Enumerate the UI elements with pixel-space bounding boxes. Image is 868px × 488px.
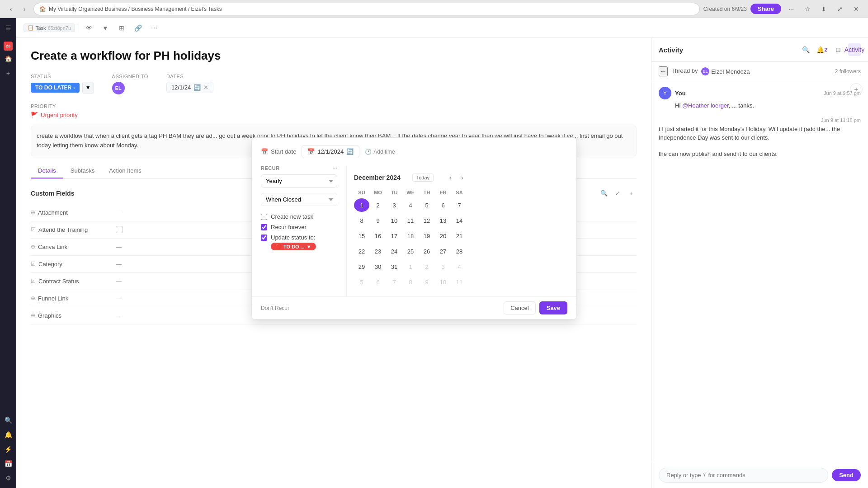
expand-button[interactable]: ⤢ (834, 3, 846, 15)
download-button[interactable]: ⬇ (817, 3, 830, 15)
update-status-checkbox[interactable] (261, 235, 267, 241)
cal-day-7[interactable]: 7 (452, 198, 467, 212)
add-field-btn[interactable]: + (626, 188, 637, 199)
cal-day-14[interactable]: 14 (452, 214, 467, 227)
cal-day-20[interactable]: 20 (435, 229, 451, 243)
cal-day-jan5[interactable]: 5 (354, 275, 369, 289)
calendar: December 2024 Today ‹ › SU MO TU (347, 165, 474, 296)
cal-day-26[interactable]: 26 (419, 244, 434, 258)
cal-day-23[interactable]: 23 (370, 244, 386, 258)
cal-day-8[interactable]: 8 (354, 214, 369, 227)
cal-day-jan7[interactable]: 7 (387, 275, 402, 289)
cal-day-30[interactable]: 30 (370, 260, 386, 273)
cal-day-17[interactable]: 17 (387, 229, 402, 243)
activity-filter-btn[interactable]: ⊟ (832, 43, 844, 56)
more-button[interactable]: ··· (785, 3, 797, 15)
dont-recur-button[interactable]: Don't Recur (261, 305, 289, 311)
save-button[interactable]: Save (539, 301, 567, 314)
sidebar-toggle[interactable]: ☰ (2, 22, 14, 34)
when-closed-select[interactable]: When Closed When Completed Always (261, 193, 337, 206)
cal-day-11[interactable]: 11 (403, 214, 418, 227)
address-bar[interactable]: 🏠 My Virtually Organized Business / Busi… (33, 3, 700, 15)
cancel-button[interactable]: Cancel (504, 301, 535, 314)
create-new-task-checkbox[interactable] (261, 214, 267, 220)
cal-day-3[interactable]: 3 (387, 198, 402, 212)
cal-day-10[interactable]: 10 (387, 214, 402, 227)
cal-day-13[interactable]: 13 (435, 214, 451, 227)
cal-day-31[interactable]: 31 (387, 260, 402, 273)
cal-day-12[interactable]: 12 (419, 214, 434, 227)
cal-day-1[interactable]: 1 (354, 198, 369, 212)
cal-day-29[interactable]: 29 (354, 260, 369, 273)
cal-day-15[interactable]: 15 (354, 229, 369, 243)
add-time-btn[interactable]: 🕐 Add time (365, 149, 395, 155)
tab-subtasks[interactable]: Subtasks (63, 164, 102, 178)
cal-day-jan2[interactable]: 2 (419, 260, 434, 273)
cal-day-6[interactable]: 6 (435, 198, 451, 212)
attend-label: Attend the Training (38, 226, 88, 233)
cal-day-jan6[interactable]: 6 (370, 275, 386, 289)
sidebar-home[interactable]: 🏠 (2, 52, 14, 65)
activity-tab-btn[interactable]: Activity (848, 43, 861, 56)
cal-day-21[interactable]: 21 (452, 229, 467, 243)
clear-date-icon[interactable]: ✕ (203, 84, 208, 91)
cal-day-jan4[interactable]: 4 (452, 260, 467, 273)
toolbar-layout-btn[interactable]: ⊞ (115, 22, 128, 34)
today-button[interactable]: Today (412, 174, 434, 182)
tab-details[interactable]: Details (31, 164, 63, 178)
date-display[interactable]: 12/1/24 🔄 ✕ (166, 82, 213, 93)
reply-input[interactable] (659, 468, 828, 483)
forward-button[interactable]: › (19, 4, 30, 14)
cal-day-9[interactable]: 9 (370, 214, 386, 227)
cal-day-18[interactable]: 18 (403, 229, 418, 243)
thread-back-btn[interactable]: ← (659, 66, 668, 76)
sidebar-calendar[interactable]: 📅 (2, 457, 14, 470)
sidebar-add[interactable]: + (2, 67, 14, 80)
status-pill[interactable]: 🔴 TO DO ... ▼ (271, 243, 316, 250)
activity-search-btn[interactable]: 🔍 (799, 43, 812, 56)
sidebar-settings[interactable]: ⚙ (2, 472, 14, 484)
sidebar-search[interactable]: 🔍 (2, 414, 14, 427)
cal-day-27[interactable]: 27 (435, 244, 451, 258)
cal-day-jan1[interactable]: 1 (403, 260, 418, 273)
share-button[interactable]: Share (750, 4, 781, 14)
date-input[interactable]: 📅 12/1/2024 🔄 (302, 145, 359, 158)
search-fields-btn[interactable]: 🔍 (599, 188, 609, 199)
status-badge[interactable]: TO DO LATER › (31, 83, 80, 93)
cal-day-jan3[interactable]: 3 (435, 260, 451, 273)
sidebar-activity[interactable]: ⚡ (2, 443, 14, 455)
star-button[interactable]: ☆ (801, 3, 814, 15)
activity-bell-btn[interactable]: 🔔 2 (816, 43, 828, 56)
status-more-btn[interactable]: ▼ (82, 82, 94, 94)
cal-day-jan10[interactable]: 10 (435, 275, 451, 289)
cal-day-5[interactable]: 5 (419, 198, 434, 212)
toolbar-assignee-btn[interactable]: ▼ (99, 22, 112, 34)
send-button[interactable]: Send (832, 469, 861, 481)
recur-forever-checkbox[interactable] (261, 224, 267, 230)
cal-day-jan9[interactable]: 9 (419, 275, 434, 289)
close-button[interactable]: ✕ (850, 3, 863, 15)
cal-day-24[interactable]: 24 (387, 244, 402, 258)
expand-fields-btn[interactable]: ⤢ (612, 188, 623, 199)
toolbar-view-btn[interactable]: 👁 (83, 22, 95, 34)
cal-day-2[interactable]: 2 (370, 198, 386, 212)
toolbar-more-btn[interactable]: ⋯ (148, 22, 160, 34)
add-message-btn[interactable]: + (850, 83, 863, 96)
recur-more-btn[interactable]: ··· (332, 165, 337, 171)
toolbar-link-btn[interactable]: 🔗 (132, 22, 144, 34)
cal-day-28[interactable]: 28 (452, 244, 467, 258)
attend-checkbox[interactable] (116, 226, 123, 233)
tab-action-items[interactable]: Action Items (102, 164, 149, 178)
cal-day-4[interactable]: 4 (403, 198, 418, 212)
cal-day-25[interactable]: 25 (403, 244, 418, 258)
prev-month-btn[interactable]: ‹ (445, 173, 455, 183)
cal-day-jan8[interactable]: 8 (403, 275, 418, 289)
cal-day-16[interactable]: 16 (370, 229, 386, 243)
cal-day-19[interactable]: 19 (419, 229, 434, 243)
sidebar-notifications[interactable]: 🔔 (2, 428, 14, 441)
frequency-select[interactable]: Yearly Daily Weekly Monthly (261, 174, 337, 188)
cal-day-jan11[interactable]: 11 (452, 275, 467, 289)
cal-day-22[interactable]: 22 (354, 244, 369, 258)
next-month-btn[interactable]: › (457, 173, 467, 183)
back-button[interactable]: ‹ (5, 4, 16, 14)
